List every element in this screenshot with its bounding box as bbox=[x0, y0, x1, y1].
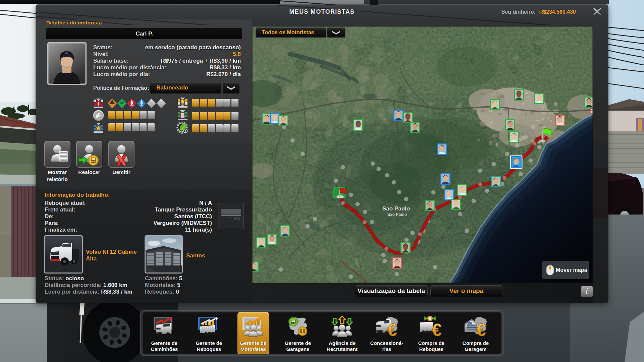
svg-text:Sao Paulo: Sao Paulo bbox=[382, 205, 410, 212]
svg-text:€: € bbox=[387, 320, 397, 339]
svg-text:€: € bbox=[432, 320, 442, 339]
svg-text:€: € bbox=[476, 320, 486, 339]
svg-text:São Paulo: São Paulo bbox=[387, 212, 407, 217]
